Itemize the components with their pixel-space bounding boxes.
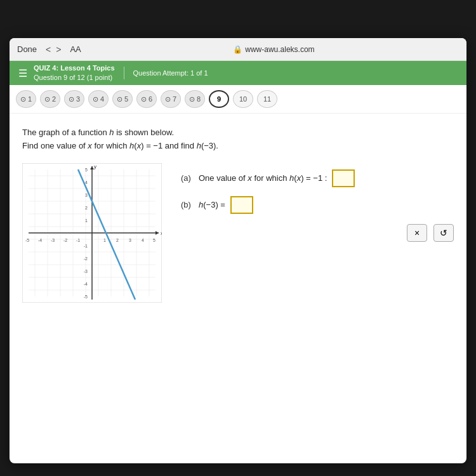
undo-button[interactable]: ↺ <box>433 224 454 242</box>
question-nav-2[interactable]: ⊙ 2 <box>40 90 60 108</box>
svg-text:4: 4 <box>85 180 88 185</box>
svg-text:3: 3 <box>85 193 88 197</box>
svg-text:-4: -4 <box>84 282 88 286</box>
action-buttons: × ↺ <box>181 224 454 242</box>
answer-row-a: (a) One value of x for which h(x) = −1 : <box>181 169 454 187</box>
lock-icon: 🔒 <box>233 45 242 54</box>
cancel-button[interactable]: × <box>407 224 427 242</box>
quiz-title: QUIZ 4: Lesson 4 Topics <box>34 63 115 73</box>
question-nav-9[interactable]: 9 <box>209 90 229 108</box>
svg-text:3: 3 <box>129 238 131 242</box>
function-graph: -5 -4 -3 -2 -1 1 2 3 4 5 x 5 4 3 2 <box>22 163 162 303</box>
svg-text:-3: -3 <box>84 269 88 274</box>
question-nav-7[interactable]: ⊙ 7 <box>161 90 181 108</box>
question-nav-6[interactable]: ⊙ 6 <box>136 90 157 108</box>
svg-text:-4: -4 <box>38 238 42 242</box>
answer-panel: (a) One value of x for which h(x) = −1 :… <box>181 163 454 242</box>
address-bar[interactable]: www-awu.aleks.com <box>245 45 314 54</box>
svg-text:-1: -1 <box>76 238 80 242</box>
svg-text:1: 1 <box>85 218 88 223</box>
svg-text:-1: -1 <box>84 244 88 248</box>
svg-text:2: 2 <box>85 206 88 210</box>
svg-text:-3: -3 <box>51 238 55 242</box>
divider <box>124 67 124 79</box>
question-line1: The graph of a function h is shown below… <box>22 126 454 140</box>
question-navigation: ⊙ 1 ⊙ 2 ⊙ 3 ⊙ 4 ⊙ 5 ⊙ 6 ⊙ 7 ⊙ 8 9 10 11 <box>10 85 466 114</box>
attempt-info: Question Attempt: 1 of 1 <box>133 69 208 77</box>
svg-text:4: 4 <box>142 238 144 242</box>
question-nav-8[interactable]: ⊙ 8 <box>185 90 205 108</box>
answer-input-b[interactable] <box>230 196 253 214</box>
svg-text:y: y <box>94 164 96 169</box>
question-text: The graph of a function h is shown below… <box>22 126 454 153</box>
answer-row-b: (b) h(−3) = <box>181 196 454 214</box>
done-button[interactable]: Done <box>17 44 37 54</box>
part-a-label: (a) <box>181 173 194 183</box>
question-nav-5[interactable]: ⊙ 5 <box>112 90 133 108</box>
svg-text:-2: -2 <box>63 238 67 242</box>
aa-button[interactable]: AA <box>70 44 81 54</box>
hamburger-menu[interactable]: ☰ <box>18 67 27 79</box>
question-nav-11[interactable]: 11 <box>257 90 277 108</box>
part-b-label: (b) <box>181 200 194 209</box>
svg-text:2: 2 <box>116 238 119 242</box>
question-nav-3[interactable]: ⊙ 3 <box>64 90 84 108</box>
question-nav-1[interactable]: ⊙ 1 <box>16 90 36 108</box>
svg-text:1: 1 <box>103 238 106 242</box>
question-nav-10[interactable]: 10 <box>233 90 253 108</box>
svg-text:x: x <box>161 230 162 236</box>
svg-text:5: 5 <box>153 238 155 242</box>
answer-input-a[interactable] <box>332 169 355 187</box>
svg-text:-2: -2 <box>84 256 88 261</box>
part-a-text: One value of x for which h(x) = −1 : <box>199 173 327 183</box>
svg-text:5: 5 <box>85 168 88 172</box>
question-line2: Find one value of x for which h(x) = −1 … <box>22 140 454 153</box>
nav-forward-button[interactable]: > <box>55 44 62 55</box>
quiz-progress: Question 9 of 12 (1 point) <box>34 73 115 83</box>
question-nav-4[interactable]: ⊙ 4 <box>88 90 109 108</box>
svg-text:-5: -5 <box>25 238 29 242</box>
nav-back-button[interactable]: < <box>44 44 52 55</box>
svg-text:-5: -5 <box>84 294 88 299</box>
part-b-text: h(−3) = <box>199 200 225 209</box>
